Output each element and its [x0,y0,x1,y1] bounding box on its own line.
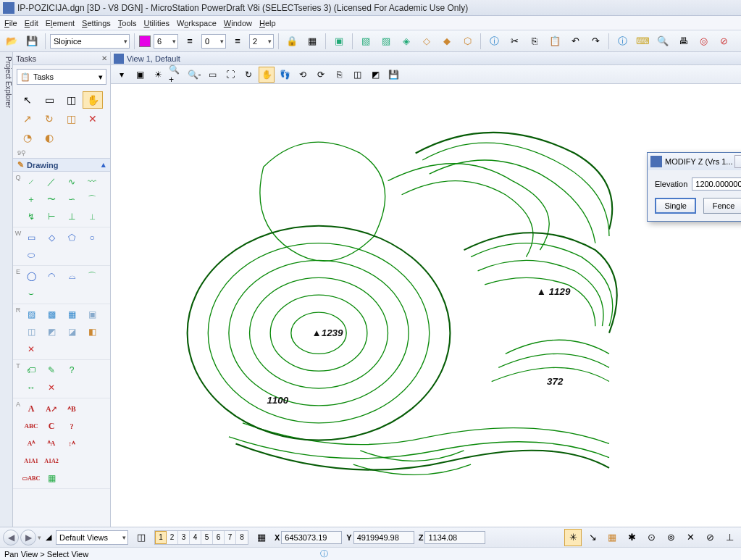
references-icon[interactable]: ▧ [357,33,374,50]
display-style-icon[interactable]: ▣ [132,67,148,83]
arc-icon[interactable]: ◠ [42,268,61,284]
edit-text-icon[interactable]: A↗ [42,401,61,417]
leveldisplay-icon[interactable]: ◆ [438,33,456,50]
pattern-icon[interactable]: ▦ [62,306,81,322]
delete-icon[interactable]: ✕ [83,110,103,128]
view-next-icon[interactable]: ⟳ [313,67,329,83]
view-6[interactable]: 6 [213,531,225,544]
region4-icon[interactable]: ◧ [83,324,101,340]
open-file-icon[interactable]: 📂 [3,33,20,50]
text-a2-icon[interactable]: A1A2 [42,453,61,469]
view-5[interactable]: 5 [201,531,213,544]
view-2[interactable]: 2 [167,531,178,544]
snap-accudraw-icon[interactable]: ↘ [584,529,601,546]
markers-icon[interactable]: ◎ [695,33,712,50]
grid-icon[interactable]: ▦ [303,33,321,50]
keyin-icon[interactable]: ⌨ [634,33,651,50]
dialog-titlebar[interactable]: MODIFY Z (Vrs 1... — ☐ ✕ [648,153,741,170]
linestyle-combo[interactable]: 0 [201,34,226,49]
place-polygon-icon[interactable]: ⬠ [62,230,81,246]
linestyle-icon[interactable]: ≡ [181,33,198,50]
explorer-icon[interactable]: 🔍 [654,33,671,50]
paste-icon[interactable]: 📋 [546,33,564,50]
place-circle-icon[interactable]: ○ [83,230,101,246]
color-num-combo[interactable]: 6 [154,34,178,49]
partial-arc-icon[interactable]: ⌓ [62,268,81,284]
construct-icon[interactable]: ⊢ [42,209,61,225]
attributes-icon[interactable]: ◔ [17,129,38,146]
side-tab-project-explorer[interactable]: Project Explorer [0,52,13,527]
view-layout-icon[interactable]: ▦ [253,529,270,546]
copy-view-icon[interactable]: ⎘ [331,67,347,83]
menu-utilities[interactable]: Utilities [144,19,169,28]
close-icon[interactable]: ✕ [101,54,107,62]
manipulate-icon[interactable]: ↗ [17,110,38,128]
region3-icon[interactable]: ◪ [62,324,81,340]
selection-tool-icon[interactable]: ↖ [17,91,38,109]
default-views-combo[interactable]: Default Views [56,530,128,545]
last-tool-icon[interactable]: ⊘ [715,33,732,50]
zoom-out-icon[interactable]: 🔍- [186,67,202,83]
snap-mode-icon[interactable]: ✳ [564,529,582,546]
text-a1-icon[interactable]: A1A1 [22,453,41,469]
nav-fwd-icon[interactable]: ▶ [20,530,36,546]
snap-nearest-icon[interactable]: ⊚ [662,529,679,546]
place-text-icon[interactable]: A [22,401,41,417]
place-stream-icon[interactable]: 〰 [83,174,101,190]
models-icon[interactable]: ▣ [330,33,348,50]
text-c-icon[interactable]: C [42,418,61,434]
modify-arc2-icon[interactable]: ⌣ [22,285,41,301]
place-spiral-icon[interactable]: ↯ [22,209,41,225]
zoom-in-icon[interactable]: 🔍+ [168,67,184,83]
delete-pattern-icon[interactable]: ✕ [22,341,41,357]
tag-delete-icon[interactable]: ✕ [42,380,61,396]
hatch-icon[interactable]: ▨ [22,306,41,322]
ellipse-icon[interactable]: ◯ [22,268,41,284]
nav-back-icon[interactable]: ◀ [3,530,19,546]
modify-arc-icon[interactable]: ⌒ [83,268,101,284]
element-info-icon[interactable]: ⓘ [485,33,503,50]
snap-tangent-icon[interactable]: ⊘ [701,529,719,546]
info-icon[interactable]: ⓘ [614,33,631,50]
text-style-icon[interactable]: ᴬB [62,401,81,417]
menu-settings[interactable]: Settings [82,19,111,28]
view-control-icon[interactable]: ◫ [61,91,81,109]
view-prev-icon[interactable]: ⟲ [295,67,311,83]
view-3[interactable]: 3 [178,531,190,544]
pointcloud-icon[interactable]: ◈ [398,33,415,50]
snap-keypoint-icon[interactable]: ✱ [623,529,640,546]
modify-icon[interactable]: ◫ [61,110,81,128]
text-box-icon[interactable]: ▭ABC [22,470,41,486]
walk-icon[interactable]: 👣 [277,67,293,83]
window-area-icon[interactable]: ▭ [204,67,220,83]
menu-element[interactable]: Element [46,19,75,28]
tag-icon[interactable]: 🏷 [22,362,41,378]
z-coord-input[interactable] [424,531,485,544]
menu-window[interactable]: Window [224,19,252,28]
adjust-icon[interactable]: ☀ [150,67,166,83]
place-line-icon[interactable]: ／ [42,174,61,190]
place-multiline-icon[interactable]: ∿ [62,174,81,190]
place-arc-icon[interactable]: ⌒ [83,191,101,207]
info-small-icon[interactable]: ⓘ [320,548,328,559]
region-icon[interactable]: ◫ [22,324,41,340]
menu-help[interactable]: Help [259,19,276,28]
construct-perp-icon[interactable]: ⊥ [62,209,81,225]
print-icon[interactable]: 🖶 [674,33,692,50]
region2-icon[interactable]: ◩ [42,324,61,340]
cells-icon[interactable]: ⬡ [459,33,476,50]
view-4[interactable]: 4 [190,531,201,544]
text-q-icon[interactable]: ? [62,418,81,434]
canvas[interactable]: ▲1239 ▲ 1129 1100 372 [111,84,741,527]
color-swatch[interactable] [139,35,151,47]
rotate-view-icon[interactable]: ↻ [240,67,256,83]
view-7[interactable]: 7 [225,531,236,544]
place-block-icon[interactable]: ▭ [22,230,41,246]
fit-view-icon[interactable]: ⛶ [222,67,238,83]
save-icon[interactable]: 💾 [23,33,41,50]
place-bspline-icon[interactable]: ∽ [62,191,81,207]
lineweight-combo[interactable]: 2 [249,34,274,49]
minimize-button[interactable]: — [734,155,741,168]
menu-edit[interactable]: Edit [25,19,38,28]
snap-center-icon[interactable]: ⊙ [642,529,660,546]
